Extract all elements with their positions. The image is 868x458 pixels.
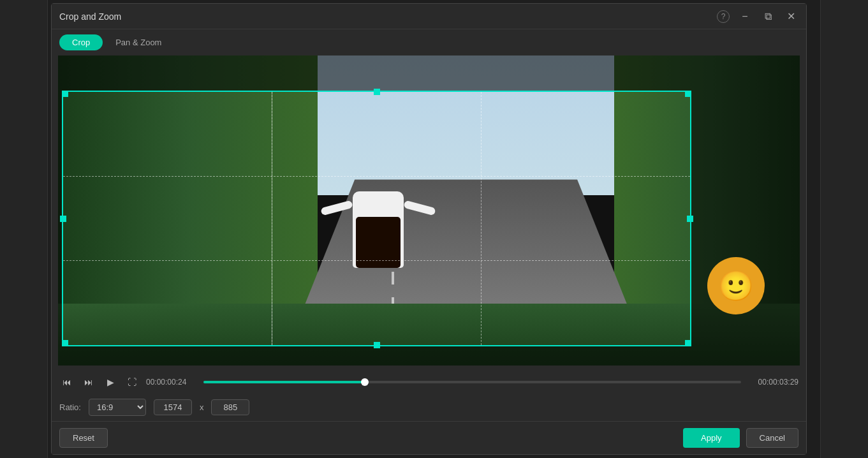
help-button[interactable]: ? xyxy=(717,10,730,23)
title-bar-right: ? − ⧉ ✕ xyxy=(717,9,798,24)
dialog-title: Crop and Zoom xyxy=(59,11,121,22)
crop-handle-top-mid[interactable] xyxy=(374,89,380,95)
action-right: Apply Cancel xyxy=(683,428,798,448)
apply-button[interactable]: Apply xyxy=(683,428,740,448)
size-separator: x xyxy=(200,403,204,412)
grid-line-v1 xyxy=(272,92,272,345)
left-sidebar xyxy=(0,0,48,458)
frame-back-button[interactable]: ⏭ xyxy=(81,374,96,390)
cancel-button[interactable]: Cancel xyxy=(746,428,798,448)
crop-overlay[interactable] xyxy=(58,55,800,366)
crop-handle-mid-right[interactable] xyxy=(687,216,693,222)
crop-handle-bottom-mid[interactable] xyxy=(374,342,380,348)
crop-handle-top-right[interactable] xyxy=(685,91,691,97)
ratio-label: Ratio: xyxy=(59,403,81,412)
crop-handle-bottom-left[interactable] xyxy=(62,340,68,346)
height-input[interactable] xyxy=(211,399,249,415)
maximize-button[interactable]: ⧉ xyxy=(760,9,776,24)
fullscreen-button[interactable]: ⛶ xyxy=(124,374,140,390)
progress-thumb[interactable] xyxy=(361,378,369,386)
grid-line-h1 xyxy=(63,176,690,177)
video-preview: 🙂 xyxy=(58,55,800,366)
right-panel xyxy=(820,0,868,458)
play-button[interactable]: ▶ xyxy=(103,374,118,390)
crop-border[interactable] xyxy=(62,91,691,346)
crop-zoom-dialog: Crop and Zoom ? − ⧉ ✕ Crop Pan & Zoom xyxy=(51,3,807,455)
crop-mask-top xyxy=(58,55,800,91)
width-input[interactable] xyxy=(154,399,192,415)
playback-bar: ⏮ ⏭ ▶ ⛶ 00:00:00:24 00:00:03:29 xyxy=(52,371,806,394)
time-current: 00:00:00:24 xyxy=(146,378,197,387)
crop-mask-bottom xyxy=(58,346,800,366)
crop-handle-top-left[interactable] xyxy=(62,91,68,97)
grid-line-h2 xyxy=(63,260,690,261)
ratio-select[interactable]: 16:9 4:3 1:1 9:16 Free xyxy=(89,399,146,416)
action-bar: Reset Apply Cancel xyxy=(52,421,806,454)
close-button[interactable]: ✕ xyxy=(783,9,798,24)
title-bar-left: Crop and Zoom xyxy=(59,11,121,22)
minimize-button[interactable]: − xyxy=(737,9,753,24)
skip-back-button[interactable]: ⏮ xyxy=(59,374,75,390)
crop-handle-mid-left[interactable] xyxy=(60,216,66,222)
crop-handle-bottom-right[interactable] xyxy=(685,340,691,346)
tab-pan-zoom[interactable]: Pan & Zoom xyxy=(103,34,174,50)
ratio-bar: Ratio: 16:9 4:3 1:1 9:16 Free x xyxy=(52,394,806,421)
crop-grid xyxy=(63,92,690,345)
grid-line-v2 xyxy=(481,92,482,345)
title-bar: Crop and Zoom ? − ⧉ ✕ xyxy=(52,4,806,29)
smiley-emoji: 🙂 xyxy=(707,257,765,314)
progress-fill xyxy=(203,381,365,383)
tabs-area: Crop Pan & Zoom xyxy=(52,29,806,50)
tab-crop[interactable]: Crop xyxy=(59,34,103,50)
time-end: 00:00:03:29 xyxy=(747,378,798,387)
progress-bar[interactable] xyxy=(203,381,741,383)
reset-button[interactable]: Reset xyxy=(59,428,108,448)
